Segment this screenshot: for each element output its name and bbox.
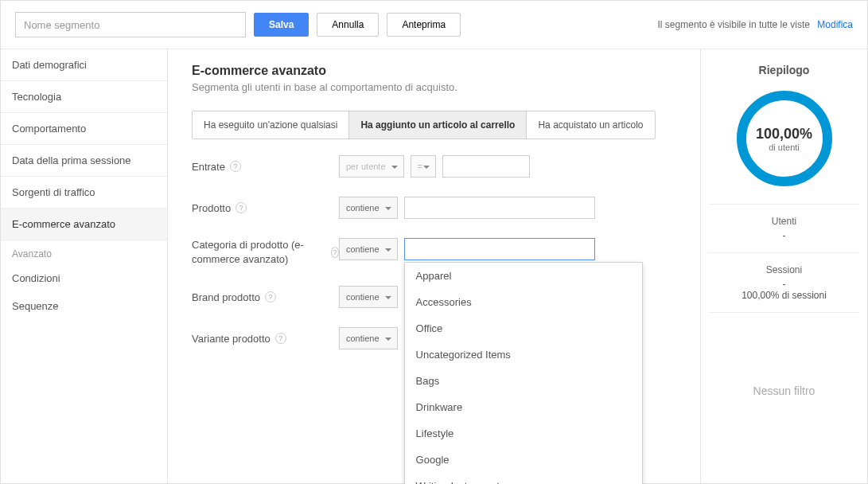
dropdown-option[interactable]: Lifestyle — [405, 420, 642, 447]
variant-operator-select[interactable]: contiene — [339, 327, 398, 349]
panel-description: Segmenta gli utenti in base al comportam… — [192, 81, 676, 93]
label-product: Prodotto ? — [192, 202, 339, 214]
summary-no-filter: Nessun filtro — [709, 312, 859, 469]
toolbar: Salva Annulla Anteprima Il segmento è vi… — [1, 1, 867, 49]
help-icon[interactable]: ? — [331, 247, 339, 258]
tab-added-to-cart[interactable]: Ha aggiunto un articolo al carrello — [349, 111, 527, 139]
summary-users: Utenti - — [709, 204, 859, 252]
category-value-input[interactable] — [404, 238, 595, 260]
summary-percent-label: di utenti — [769, 142, 800, 152]
preview-button[interactable]: Anteprima — [387, 13, 461, 37]
visibility-label: Il segmento è visibile in tutte le viste — [658, 19, 810, 30]
sidebar-item-demographics[interactable]: Dati demografici — [1, 49, 167, 81]
tab-any-action[interactable]: Ha eseguito un'azione qualsiasi — [193, 111, 349, 139]
category-operator-select[interactable]: contiene — [339, 238, 398, 260]
sidebar-item-sequences[interactable]: Sequenze — [1, 292, 167, 320]
edit-visibility-link[interactable]: Modifica — [817, 19, 853, 30]
sidebar-item-first-session[interactable]: Data della prima sessione — [1, 145, 167, 177]
tab-purchased[interactable]: Ha acquistato un articolo — [527, 111, 654, 139]
sidebar-item-conditions[interactable]: Condizioni — [1, 264, 167, 292]
segment-name-input[interactable] — [15, 12, 246, 37]
label-category: Categoria di prodotto (e-commerce avanza… — [192, 238, 339, 267]
dropdown-option[interactable]: Accessories — [405, 289, 642, 315]
save-button[interactable]: Salva — [254, 13, 309, 37]
visibility-text: Il segmento è visibile in tutte le viste… — [658, 19, 853, 30]
sidebar: Dati demografici Tecnologia Comportament… — [1, 49, 168, 483]
row-product: Prodotto ? contiene — [192, 197, 676, 219]
help-icon[interactable]: ? — [275, 333, 286, 344]
help-icon[interactable]: ? — [230, 161, 241, 172]
brand-operator-select[interactable]: contiene — [339, 286, 398, 308]
summary-percent: 100,00% — [756, 126, 812, 142]
editor-body: Dati demografici Tecnologia Comportament… — [1, 49, 867, 483]
dropdown-option[interactable]: Uncategorized Items — [405, 342, 642, 368]
help-icon[interactable]: ? — [235, 202, 247, 213]
summary-panel: Riepilogo 100,00% di utenti Utenti - Ses… — [700, 49, 867, 483]
row-revenue: Entrate ? per utente = — [192, 155, 676, 178]
sidebar-item-behavior[interactable]: Comportamento — [1, 113, 167, 145]
action-tabs: Ha eseguito un'azione qualsiasi Ha aggiu… — [192, 111, 656, 139]
summary-sessions: Sessioni - 100,00% di sessioni — [709, 252, 859, 312]
dropdown-option[interactable]: Writing Instruments — [405, 473, 642, 484]
sidebar-group-advanced: Avanzato — [1, 240, 167, 264]
label-revenue: Entrate ? — [192, 161, 339, 173]
sidebar-item-enhanced-ecommerce[interactable]: E-commerce avanzato — [1, 209, 167, 240]
dropdown-option[interactable]: Bags — [405, 368, 642, 394]
revenue-value-input[interactable] — [442, 155, 530, 178]
dropdown-option[interactable]: Apparel — [405, 263, 642, 289]
category-suggestions-dropdown: Apparel Accessories Office Uncategorized… — [404, 262, 643, 484]
dropdown-option[interactable]: Google — [405, 447, 642, 473]
dropdown-option[interactable]: Office — [405, 315, 642, 342]
label-brand: Brand prodotto ? — [192, 291, 339, 303]
cancel-button[interactable]: Annulla — [317, 13, 379, 37]
main-panel: E-commerce avanzato Segmenta gli utenti … — [168, 49, 700, 483]
sidebar-item-technology[interactable]: Tecnologia — [1, 81, 167, 113]
sidebar-item-traffic-sources[interactable]: Sorgenti di traffico — [1, 177, 167, 209]
segment-editor: Salva Annulla Anteprima Il segmento è vi… — [0, 0, 868, 484]
summary-donut: 100,00% di utenti — [737, 91, 832, 186]
label-variant: Variante prodotto ? — [192, 333, 339, 345]
help-icon[interactable]: ? — [265, 291, 276, 302]
row-category: Categoria di prodotto (e-commerce avanza… — [192, 238, 676, 267]
product-operator-select[interactable]: contiene — [339, 197, 398, 219]
dropdown-option[interactable]: Drinkware — [405, 394, 642, 420]
summary-title: Riepilogo — [759, 64, 810, 76]
revenue-operator-select[interactable]: = — [411, 155, 436, 178]
revenue-scope-select[interactable]: per utente — [339, 155, 404, 178]
panel-title: E-commerce avanzato — [192, 64, 676, 78]
product-value-input[interactable] — [404, 197, 595, 219]
